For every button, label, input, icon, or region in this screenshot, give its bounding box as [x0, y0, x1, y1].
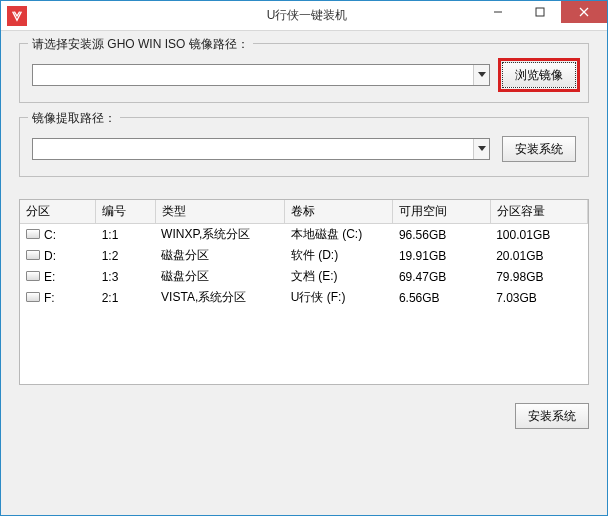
- cell-label: 本地磁盘 (C:): [285, 224, 393, 246]
- window-controls: [477, 1, 607, 23]
- table-row[interactable]: C:1:1WINXP,系统分区本地磁盘 (C:)96.56GB100.01GB: [20, 224, 588, 246]
- source-legend: 请选择安装源 GHO WIN ISO 镜像路径：: [28, 36, 253, 53]
- cell-label: 文档 (E:): [285, 266, 393, 287]
- install-system-button-top[interactable]: 安装系统: [502, 136, 576, 162]
- partition-table-wrap: 分区 编号 类型 卷标 可用空间 分区容量 C:1:1WINXP,系统分区本地磁…: [19, 199, 589, 385]
- drive-icon: [26, 229, 40, 239]
- browse-image-button[interactable]: 浏览镜像: [502, 62, 576, 88]
- cell-label: 软件 (D:): [285, 245, 393, 266]
- drive-icon: [26, 250, 40, 260]
- app-window: U行侠一键装机 请选择安装源 GHO WIN ISO 镜像路径：: [0, 0, 608, 516]
- table-header-row: 分区 编号 类型 卷标 可用空间 分区容量: [20, 200, 588, 224]
- install-label: 安装系统: [515, 141, 563, 158]
- header-drive[interactable]: 分区: [20, 200, 96, 224]
- cell-type: WINXP,系统分区: [155, 224, 285, 246]
- cell-id: 2:1: [96, 287, 155, 308]
- cell-free: 19.91GB: [393, 245, 490, 266]
- cell-total: 20.01GB: [490, 245, 587, 266]
- cell-free: 6.56GB: [393, 287, 490, 308]
- header-id[interactable]: 编号: [96, 200, 155, 224]
- chevron-down-icon: [473, 139, 489, 159]
- header-total[interactable]: 分区容量: [490, 200, 587, 224]
- titlebar: U行侠一键装机: [1, 1, 607, 31]
- close-button[interactable]: [561, 1, 607, 23]
- maximize-button[interactable]: [519, 1, 561, 23]
- cell-drive: E:: [44, 270, 55, 284]
- extract-fieldset: 镜像提取路径： 安装系统: [19, 117, 589, 177]
- drive-icon: [26, 271, 40, 281]
- header-free[interactable]: 可用空间: [393, 200, 490, 224]
- table-row[interactable]: F:2:1VISTA,系统分区U行侠 (F:)6.56GB7.03GB: [20, 287, 588, 308]
- cell-total: 7.03GB: [490, 287, 587, 308]
- table-row[interactable]: E:1:3磁盘分区文档 (E:)69.47GB79.98GB: [20, 266, 588, 287]
- cell-type: 磁盘分区: [155, 245, 285, 266]
- header-type[interactable]: 类型: [155, 200, 285, 224]
- drive-icon: [26, 292, 40, 302]
- cell-drive: C:: [44, 228, 56, 242]
- source-path-combo[interactable]: [32, 64, 490, 86]
- source-fieldset: 请选择安装源 GHO WIN ISO 镜像路径： 浏览镜像: [19, 43, 589, 103]
- cell-drive: D:: [44, 249, 56, 263]
- cell-id: 1:3: [96, 266, 155, 287]
- install-label-bottom: 安装系统: [528, 408, 576, 425]
- extract-legend: 镜像提取路径：: [28, 110, 120, 127]
- partition-table: 分区 编号 类型 卷标 可用空间 分区容量 C:1:1WINXP,系统分区本地磁…: [20, 200, 588, 308]
- extract-path-combo[interactable]: [32, 138, 490, 160]
- cell-free: 96.56GB: [393, 224, 490, 246]
- app-icon: [7, 6, 27, 26]
- cell-type: VISTA,系统分区: [155, 287, 285, 308]
- chevron-down-icon: [473, 65, 489, 85]
- browse-label: 浏览镜像: [515, 67, 563, 84]
- cell-total: 79.98GB: [490, 266, 587, 287]
- cell-id: 1:2: [96, 245, 155, 266]
- svg-rect-1: [536, 8, 544, 16]
- cell-free: 69.47GB: [393, 266, 490, 287]
- cell-id: 1:1: [96, 224, 155, 246]
- content-area: 请选择安装源 GHO WIN ISO 镜像路径： 浏览镜像 镜像提取路径：: [1, 31, 607, 385]
- minimize-button[interactable]: [477, 1, 519, 23]
- cell-total: 100.01GB: [490, 224, 587, 246]
- cell-type: 磁盘分区: [155, 266, 285, 287]
- cell-label: U行侠 (F:): [285, 287, 393, 308]
- install-system-button-bottom[interactable]: 安装系统: [515, 403, 589, 429]
- cell-drive: F:: [44, 291, 55, 305]
- footer: 安装系统: [1, 385, 607, 429]
- header-label[interactable]: 卷标: [285, 200, 393, 224]
- table-row[interactable]: D:1:2磁盘分区软件 (D:)19.91GB20.01GB: [20, 245, 588, 266]
